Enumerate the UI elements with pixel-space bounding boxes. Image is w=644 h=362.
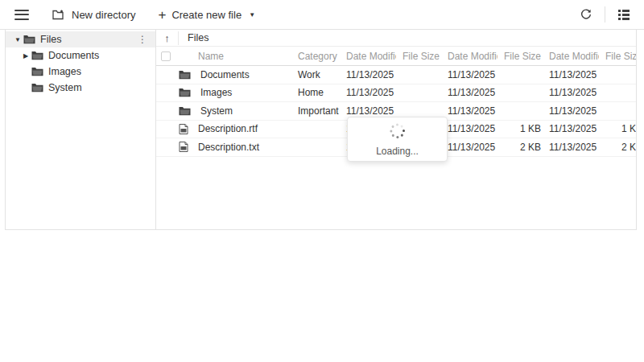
date-modified-cell: 11/13/2025 [345, 69, 396, 80]
tree-item-label: Documents [48, 50, 99, 61]
date-modified-cell: 11/13/2025 [446, 105, 497, 117]
go-up-button[interactable]: ↑ [156, 30, 178, 47]
folder-icon [31, 67, 43, 76]
collapse-arrow-icon[interactable]: ▶ [20, 52, 31, 60]
details-view-icon [618, 10, 630, 20]
hamburger-icon [14, 10, 29, 20]
table-row[interactable]: Images Home 11/13/2025 11/13/2025 11/13/… [156, 84, 636, 103]
refresh-button[interactable] [574, 3, 598, 26]
date-modified-cell: 11/13/2025 [547, 123, 599, 134]
date-modified-cell: 11/13/2025 [446, 123, 497, 134]
file-size-cell: 1 KB [497, 123, 547, 134]
column-header-category[interactable]: Category [295, 51, 345, 62]
file-name: Description.rtf [198, 123, 258, 134]
folder-icon [23, 35, 35, 44]
tree-item-label: Files [40, 34, 61, 45]
column-header-file-size-3[interactable]: File Size [599, 51, 636, 62]
date-modified-cell: 11/13/2025 [547, 142, 599, 153]
directory-tree: ▼ Files ⋮ ▶ Documents [6, 30, 156, 229]
new-directory-label: New directory [72, 9, 135, 21]
file-size-cell: 2 KB [497, 142, 547, 153]
tree-item-images[interactable]: Images [6, 64, 155, 80]
tree-item-label: System [48, 82, 82, 93]
table-row[interactable]: Documents Work 11/13/2025 11/13/2025 11/… [156, 66, 636, 84]
folder-icon [179, 106, 191, 116]
grid-header-row: Name Category Date Modified File Size Da… [156, 47, 636, 66]
tree-item-system[interactable]: System [6, 80, 155, 96]
refresh-icon [580, 8, 592, 21]
date-modified-cell: 11/13/2025 [547, 105, 599, 117]
category-cell: Important [295, 105, 345, 117]
folder-icon [31, 83, 43, 93]
new-folder-icon [52, 9, 66, 20]
column-header-name[interactable]: Name [174, 51, 295, 62]
tree-item-documents[interactable]: ▶ Documents [6, 47, 155, 64]
create-new-file-label: Create new file [171, 9, 242, 21]
loading-spinner-icon [389, 122, 407, 140]
date-modified-cell: 11/13/2025 [446, 69, 497, 80]
toolbar-separator [605, 6, 605, 23]
folder-icon [31, 51, 43, 60]
date-modified-cell: 11/13/2025 [345, 87, 396, 98]
txt-file-icon [179, 142, 188, 152]
breadcrumb-path[interactable]: Files [179, 32, 208, 43]
up-arrow-icon: ↑ [164, 32, 170, 44]
file-size-cell: 2 KB [599, 142, 636, 153]
new-directory-button[interactable]: New directory [45, 3, 142, 26]
file-name: System [200, 105, 233, 117]
menu-toggle-button[interactable] [10, 3, 34, 26]
context-menu-icon[interactable]: ⋮ [138, 34, 147, 45]
file-name: Description.txt [198, 142, 259, 153]
date-modified-cell: 11/13/2025 [446, 87, 497, 98]
folder-icon [179, 70, 191, 80]
file-size-cell: 1 KB [599, 123, 636, 134]
loading-panel: Loading... [347, 117, 448, 162]
rtf-file-icon [179, 124, 188, 134]
tree-item-files[interactable]: ▼ Files ⋮ [6, 31, 155, 47]
breadcrumb: ↑ Files [156, 30, 636, 47]
date-modified-cell: 11/13/2025 [547, 87, 599, 98]
date-modified-cell: 11/13/2025 [446, 142, 497, 153]
column-header-date-modified-1[interactable]: Date Modified [345, 51, 396, 62]
file-manager: New directory + Create new file ▼ [0, 0, 644, 362]
view-switcher-button[interactable] [612, 3, 636, 26]
category-cell: Home [295, 87, 345, 98]
date-modified-cell: 11/13/2025 [547, 69, 599, 80]
column-header-file-size-1[interactable]: File Size [396, 51, 446, 62]
column-header-date-modified-2[interactable]: Date Modified [446, 51, 497, 62]
create-new-file-button[interactable]: + Create new file ▼ [151, 3, 262, 26]
plus-icon: + [158, 8, 166, 22]
expand-arrow-icon[interactable]: ▼ [12, 36, 23, 43]
loading-label: Loading... [376, 146, 419, 157]
file-name: Documents [200, 69, 250, 80]
chevron-down-icon: ▼ [249, 11, 255, 19]
toolbar: New directory + Create new file ▼ [0, 0, 644, 30]
folder-icon [179, 88, 191, 97]
tree-item-label: Images [48, 66, 81, 77]
panels-container: ▼ Files ⋮ ▶ Documents [5, 30, 637, 230]
column-header-file-size-2[interactable]: File Size [497, 51, 547, 62]
file-name: Images [200, 87, 232, 98]
column-header-date-modified-3[interactable]: Date Modified [547, 51, 599, 62]
select-all-checkbox[interactable] [161, 51, 171, 61]
date-modified-cell: 11/13/2025 [345, 105, 396, 117]
category-cell: Work [295, 69, 345, 80]
